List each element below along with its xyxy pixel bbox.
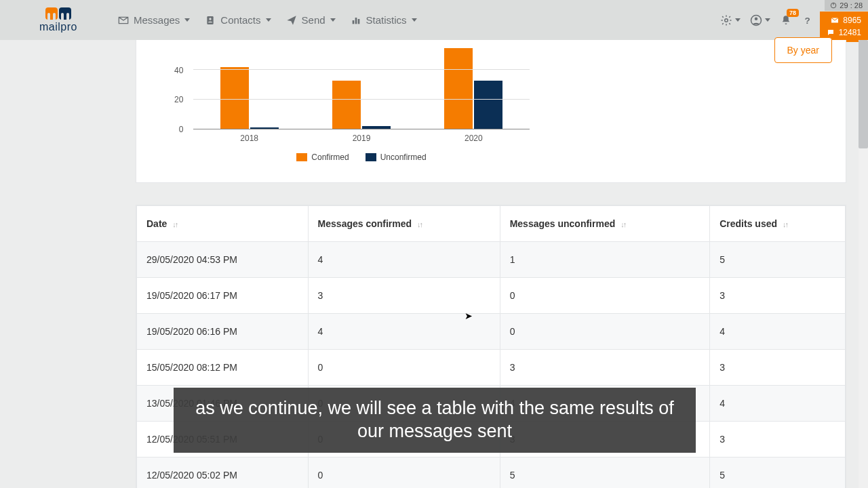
sort-icon: ↓↑: [417, 220, 422, 228]
cell-confirmed: 0: [308, 350, 500, 386]
header-right: 78 ?: [720, 0, 814, 40]
cell-credits: 3: [710, 350, 846, 386]
power-icon: [830, 2, 837, 9]
help-button[interactable]: ?: [802, 14, 814, 26]
sort-icon: ↓↑: [783, 220, 787, 228]
legend-item: Unconfirmed: [366, 152, 427, 162]
user-circle-icon: [750, 14, 762, 26]
col-unconfirmed[interactable]: Messages unconfirmed↓↑: [500, 206, 710, 242]
chevron-down-icon: [765, 18, 770, 22]
svg-rect-4: [357, 19, 359, 24]
bar: [444, 48, 473, 129]
chevron-down-icon: [184, 18, 190, 22]
svg-rect-3: [355, 18, 357, 24]
paper-plane-icon: [286, 15, 297, 26]
nav-statistics[interactable]: Statistics: [351, 14, 417, 26]
cell-credits: 3: [710, 422, 846, 458]
table-row[interactable]: 15/05/2020 08:12 PM033: [137, 350, 846, 386]
chevron-down-icon: [735, 18, 741, 22]
cell-credits: 4: [710, 314, 846, 350]
sort-icon: ↓↑: [172, 220, 177, 228]
cell-confirmed: 4: [308, 242, 500, 278]
account-menu[interactable]: [750, 14, 770, 26]
bar-group: [305, 48, 417, 129]
nav-messages[interactable]: Messages: [118, 14, 190, 26]
svg-rect-0: [208, 16, 214, 24]
y-axis: 40200: [174, 70, 183, 129]
bar: [332, 81, 361, 129]
bar: [250, 127, 279, 129]
cell-date: 12/05/2020 05:02 PM: [137, 458, 309, 489]
question-icon: ?: [802, 14, 814, 26]
mouse-cursor-icon: ➤: [465, 310, 473, 321]
table-row[interactable]: 29/05/2020 04:53 PM415: [137, 242, 846, 278]
cell-unconfirmed: 0: [500, 278, 710, 314]
cell-unconfirmed: 0: [500, 314, 710, 350]
chevron-down-icon: [412, 18, 417, 22]
sms-credits: 12481: [839, 26, 861, 39]
table-row[interactable]: 19/05/2020 06:16 PM404: [137, 314, 846, 350]
cell-unconfirmed: 1: [500, 242, 710, 278]
cell-date: 19/05/2020 06:16 PM: [137, 314, 309, 350]
nav-send-label: Send: [302, 14, 326, 26]
svg-point-5: [725, 18, 728, 22]
chevron-down-icon: [330, 18, 336, 22]
chat-icon: [827, 28, 835, 37]
table-row[interactable]: 19/05/2020 06:17 PM303: [137, 278, 846, 314]
notifications-button[interactable]: 78: [780, 14, 792, 26]
cell-unconfirmed: 5: [500, 458, 710, 489]
nav-messages-label: Messages: [134, 14, 180, 26]
sort-icon: ↓↑: [620, 220, 625, 228]
cell-confirmed: 0: [308, 458, 500, 489]
chart-card: By year 40200 201820192020 ConfirmedUnco…: [136, 40, 846, 183]
cell-credits: 5: [710, 242, 846, 278]
bar-group: [193, 48, 305, 129]
chart-plot: [193, 48, 530, 129]
logo-icon: [45, 7, 71, 20]
cell-unconfirmed: 3: [500, 350, 710, 386]
cell-confirmed: 3: [308, 278, 500, 314]
bar-group: [418, 48, 530, 129]
mail-credits: 8965: [843, 14, 861, 26]
notification-badge: 78: [787, 9, 799, 17]
bar: [220, 67, 249, 129]
cell-credits: 3: [710, 278, 846, 314]
by-year-button[interactable]: By year: [774, 37, 832, 63]
chart-bar-icon: [351, 15, 361, 26]
settings-menu[interactable]: [720, 14, 741, 26]
svg-point-7: [755, 17, 758, 20]
svg-point-1: [210, 18, 212, 20]
x-axis: 201820192020: [193, 134, 530, 143]
svg-text:?: ?: [805, 15, 810, 25]
app-header: mailpro Messages Contacts Send Statistic…: [0, 0, 868, 40]
logo-text: mailpro: [39, 21, 77, 33]
svg-rect-2: [352, 20, 354, 24]
col-confirmed[interactable]: Messages confirmed↓↑: [308, 206, 500, 242]
nav-statistics-label: Statistics: [366, 14, 407, 26]
cell-credits: 4: [710, 386, 846, 422]
cell-date: 19/05/2020 06:17 PM: [137, 278, 309, 314]
gear-icon: [720, 14, 732, 26]
col-date[interactable]: Date↓↑: [137, 206, 309, 242]
cell-date: 29/05/2020 04:53 PM: [137, 242, 309, 278]
col-credits[interactable]: Credits used↓↑: [710, 206, 846, 242]
scroll-thumb[interactable]: [859, 40, 868, 148]
nav-contacts-label: Contacts: [220, 14, 260, 26]
envelope-icon: [118, 15, 129, 26]
timer-value: 29 : 28: [840, 1, 863, 9]
bar: [362, 126, 391, 129]
chevron-down-icon: [266, 18, 271, 22]
bar: [474, 81, 502, 129]
video-caption: as we continue, we will see a table with…: [174, 388, 696, 453]
cell-credits: 5: [710, 458, 846, 489]
nav-contacts[interactable]: Contacts: [205, 14, 271, 26]
nav-send[interactable]: Send: [286, 14, 336, 26]
session-timer: 29 : 28: [825, 0, 868, 11]
bar-chart: 40200 201820192020 ConfirmedUnconfirmed: [177, 48, 530, 162]
envelope-icon: [831, 16, 839, 24]
legend-item: Confirmed: [296, 152, 349, 162]
table-row[interactable]: 12/05/2020 05:02 PM055: [137, 458, 846, 489]
vertical-scrollbar[interactable]: [859, 40, 868, 488]
main-nav: Messages Contacts Send Statistics: [118, 14, 417, 26]
logo[interactable]: mailpro: [39, 7, 77, 33]
